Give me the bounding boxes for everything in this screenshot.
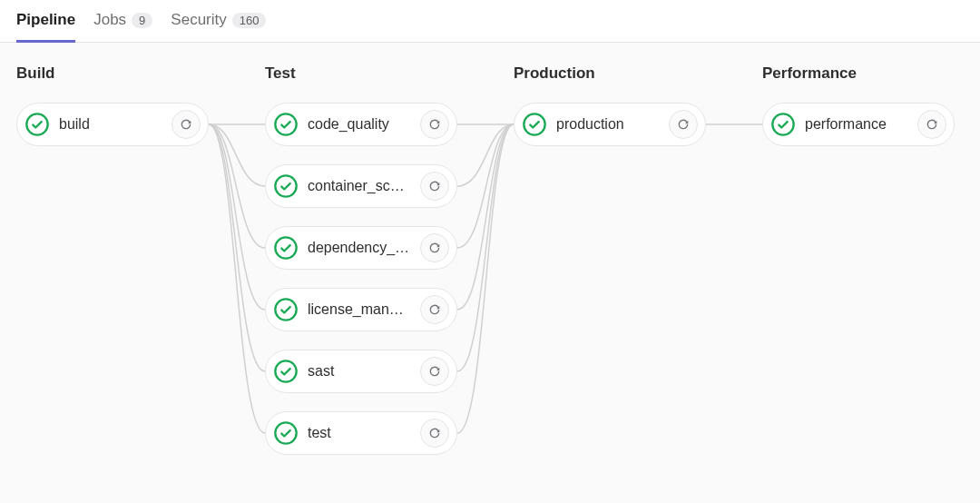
tab-badge: 160 bbox=[232, 13, 267, 28]
retry-icon bbox=[427, 241, 442, 255]
status-passed-icon bbox=[273, 420, 299, 446]
job-build[interactable]: build bbox=[16, 103, 209, 146]
job-performance[interactable]: performance bbox=[762, 103, 955, 146]
retry-button[interactable] bbox=[669, 110, 698, 139]
svg-point-0 bbox=[26, 113, 47, 134]
status-passed-icon bbox=[24, 112, 50, 137]
svg-point-5 bbox=[275, 360, 296, 381]
tab-badge: 9 bbox=[132, 13, 152, 28]
tab-jobs[interactable]: Jobs 9 bbox=[93, 11, 152, 42]
retry-button[interactable] bbox=[420, 295, 449, 324]
svg-point-6 bbox=[275, 422, 296, 443]
status-passed-icon bbox=[273, 173, 299, 199]
job-name: production bbox=[556, 116, 660, 133]
job-name: build bbox=[59, 116, 162, 133]
stage-title: Test bbox=[265, 64, 457, 83]
status-passed-icon bbox=[522, 112, 547, 137]
tab-label: Pipeline bbox=[16, 11, 75, 29]
job-container-scanning[interactable]: container_scanning bbox=[265, 164, 457, 208]
retry-icon bbox=[427, 364, 442, 379]
status-passed-icon bbox=[273, 112, 299, 137]
job-name: sast bbox=[308, 363, 411, 380]
svg-point-4 bbox=[275, 299, 296, 320]
job-name: dependency_scanning bbox=[308, 240, 411, 256]
retry-icon bbox=[427, 302, 442, 317]
retry-button[interactable] bbox=[917, 110, 946, 139]
svg-point-3 bbox=[275, 237, 296, 258]
status-passed-icon bbox=[273, 235, 299, 261]
stage-title: Performance bbox=[762, 64, 955, 83]
job-name: license_management bbox=[308, 301, 411, 318]
pipeline-graph: Build build Test code_quality bbox=[0, 43, 980, 477]
job-dependency-scanning[interactable]: dependency_scanning bbox=[265, 226, 457, 270]
stage-build: Build build bbox=[16, 64, 209, 455]
stage-test: Test code_quality container_scanning dep… bbox=[265, 64, 457, 455]
status-passed-icon bbox=[273, 359, 299, 384]
stage-production: Production production bbox=[514, 64, 706, 455]
job-code-quality[interactable]: code_quality bbox=[265, 103, 457, 146]
retry-button[interactable] bbox=[420, 233, 449, 262]
job-name: code_quality bbox=[308, 116, 411, 133]
retry-icon bbox=[925, 117, 939, 132]
retry-button[interactable] bbox=[420, 357, 449, 386]
tab-label: Jobs bbox=[93, 11, 126, 29]
retry-icon bbox=[427, 179, 442, 193]
svg-point-8 bbox=[772, 113, 793, 134]
svg-point-7 bbox=[524, 113, 544, 134]
status-passed-icon bbox=[273, 297, 299, 322]
job-test[interactable]: test bbox=[265, 411, 457, 455]
retry-icon bbox=[179, 117, 193, 132]
retry-icon bbox=[427, 426, 442, 440]
retry-icon bbox=[676, 117, 691, 132]
tab-label: Security bbox=[171, 11, 226, 29]
job-production[interactable]: production bbox=[514, 103, 706, 146]
job-sast[interactable]: sast bbox=[265, 350, 457, 393]
retry-button[interactable] bbox=[420, 172, 449, 201]
job-name: performance bbox=[805, 116, 908, 133]
status-passed-icon bbox=[770, 112, 796, 137]
job-license-management[interactable]: license_management bbox=[265, 288, 457, 331]
tab-security[interactable]: Security 160 bbox=[171, 11, 266, 42]
job-name: test bbox=[308, 425, 411, 441]
job-name: container_scanning bbox=[308, 178, 411, 194]
stage-title: Production bbox=[514, 64, 706, 83]
svg-point-1 bbox=[275, 113, 296, 134]
retry-icon bbox=[427, 117, 442, 132]
retry-button[interactable] bbox=[420, 110, 449, 139]
stage-title: Build bbox=[16, 64, 209, 83]
svg-point-2 bbox=[275, 175, 296, 196]
stage-performance: Performance performance bbox=[762, 64, 955, 455]
tab-pipeline[interactable]: Pipeline bbox=[16, 11, 75, 42]
retry-button[interactable] bbox=[420, 419, 449, 448]
retry-button[interactable] bbox=[172, 110, 201, 139]
tabs: Pipeline Jobs 9 Security 160 bbox=[0, 0, 980, 43]
